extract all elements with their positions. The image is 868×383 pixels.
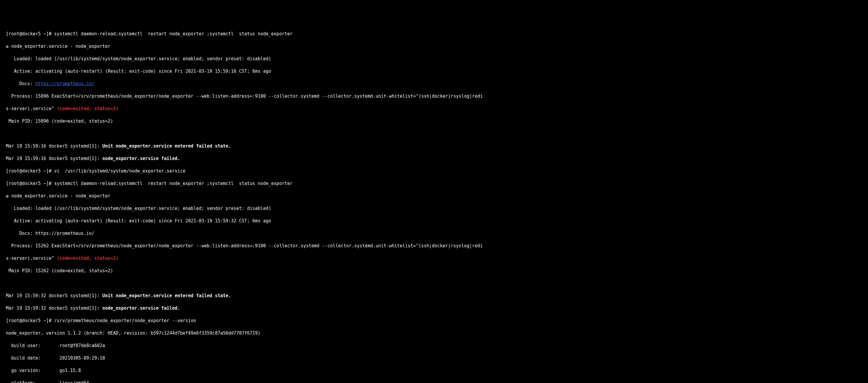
log-message: Unit node_exporter.service entered faile… <box>102 143 231 149</box>
terminal-line: Docs: https://prometheus.io/ <box>6 81 862 87</box>
terminal-line: Process: 15096 ExecStart=/srv/prometheus… <box>6 93 862 99</box>
terminal-line: Docs: https://prometheus.io/ <box>6 230 862 237</box>
terminal-line[interactable]: [root@docker5 ~]# vi /usr/lib/systemd/sy… <box>6 168 862 174</box>
terminal-line: Loaded: loaded (/usr/lib/systemd/system/… <box>6 205 862 212</box>
terminal-line: Mar 19 15:59:16 docker5 systemd[1]: node… <box>6 155 862 162</box>
log-message: node_exporter.service failed. <box>102 305 180 311</box>
terminal-line: Main PID: 15262 (code=exited, status=2) <box>6 268 862 274</box>
terminal-line: Mar 19 15:59:16 docker5 systemd[1]: Unit… <box>6 143 862 149</box>
service-name: node_exporter.service - node_exporter <box>11 193 111 199</box>
prompt: [root@docker5 ~]# <box>6 31 54 36</box>
terminal-line: platform: linux/amd64 <box>6 380 862 383</box>
process-text: s-server).service" <box>6 256 57 261</box>
terminal-line: Mar 19 15:59:32 docker5 systemd[1]: Unit… <box>6 293 862 299</box>
log-message: Unit node_exporter.service entered faile… <box>102 293 231 298</box>
terminal-line: Process: 15262 ExecStart=/srv/prometheus… <box>6 243 862 249</box>
terminal-line: s-server).service" (code=exited, status=… <box>6 255 862 262</box>
service-name: node_exporter.service - node_exporter <box>11 43 111 49</box>
blank-line <box>6 280 862 287</box>
exit-status: (code=exited, status=2) <box>57 256 119 261</box>
log-prefix: Mar 19 15:59:32 docker5 systemd[1]: <box>6 293 102 298</box>
prompt: [root@docker5 ~]# <box>6 168 54 174</box>
docs-label: Docs: <box>6 81 35 86</box>
log-prefix: Mar 19 15:59:16 docker5 systemd[1]: <box>6 143 102 149</box>
terminal-line: build user: root@f07de8ca602a <box>6 343 862 349</box>
command-text: /srv/prometheus/node_exporter/node_expor… <box>54 318 196 323</box>
command-text: vi /usr/lib/systemd/system/node_exporter… <box>54 168 186 174</box>
terminal-line: node_exporter, version 1.1.2 (branch: HE… <box>6 330 862 336</box>
terminal-line: ● node_exporter.service - node_exporter <box>6 43 862 50</box>
docs-link[interactable]: https://prometheus.io/ <box>35 81 94 86</box>
terminal-line[interactable]: [root@docker5 ~]# systemctl daemon-reloa… <box>6 31 862 37</box>
bullet-icon: ● <box>6 43 11 49</box>
terminal-line: Main PID: 15096 (code=exited, status=2) <box>6 118 862 124</box>
blank-line <box>6 130 862 137</box>
log-prefix: Mar 19 15:59:32 docker5 systemd[1]: <box>6 305 102 311</box>
terminal-line: s-server).service" (code=exited, status=… <box>6 106 862 112</box>
terminal-line: go version: go1.15.8 <box>6 367 862 374</box>
exit-status: (code=exited, status=2) <box>57 106 119 111</box>
command-text: systemctl daemon-reload;systemctl restar… <box>54 181 293 186</box>
terminal-line: Active: activating (auto-restart) (Resul… <box>6 218 862 224</box>
prompt: [root@docker5 ~]# <box>6 181 54 186</box>
bullet-icon: ● <box>6 193 11 199</box>
log-prefix: Mar 19 15:59:16 docker5 systemd[1]: <box>6 156 102 161</box>
process-text: s-server).service" <box>6 106 57 111</box>
command-text: systemctl daemon-reload;systemctl restar… <box>54 31 293 36</box>
terminal-line: Mar 19 15:59:32 docker5 systemd[1]: node… <box>6 305 862 312</box>
terminal-line: ● node_exporter.service - node_exporter <box>6 193 862 199</box>
terminal-line: build date: 20210305-09:29:10 <box>6 355 862 361</box>
prompt: [root@docker5 ~]# <box>6 318 54 323</box>
terminal-line[interactable]: [root@docker5 ~]# /srv/prometheus/node_e… <box>6 318 862 324</box>
terminal-line: Active: activating (auto-restart) (Resul… <box>6 68 862 75</box>
log-message: node_exporter.service failed. <box>102 156 180 161</box>
terminal-line[interactable]: [root@docker5 ~]# systemctl daemon-reloa… <box>6 180 862 187</box>
terminal-line: Loaded: loaded (/usr/lib/systemd/system/… <box>6 56 862 62</box>
